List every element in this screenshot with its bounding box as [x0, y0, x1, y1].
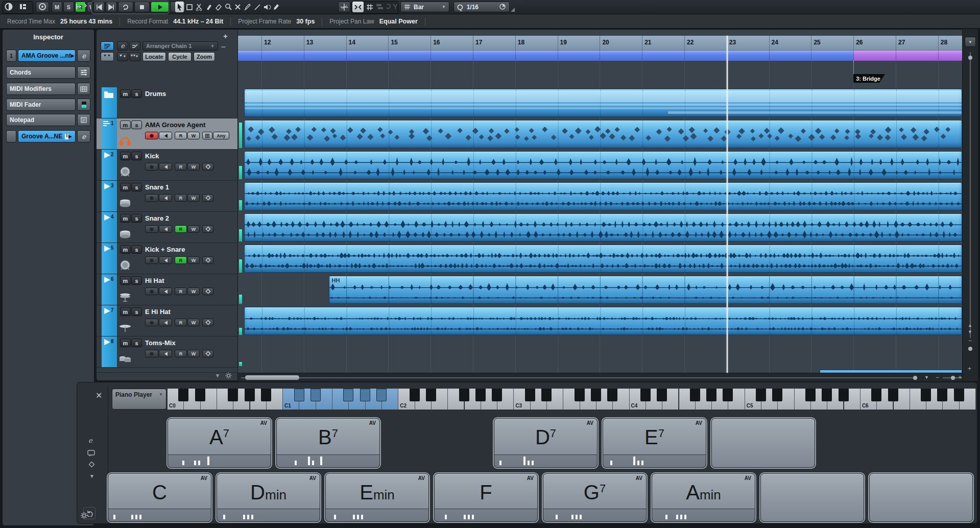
vscroll-up-arrow-icon[interactable]: ▲ [968, 323, 972, 328]
arrange-area[interactable]: 12131415161718192021222324252627283: Bri… [238, 29, 962, 381]
inspector-item-label[interactable]: MIDI Fader [6, 99, 76, 111]
erase-tool[interactable] [214, 2, 223, 12]
event-kick-plus-snare[interactable] [244, 245, 962, 273]
track-read-button[interactable]: R [175, 350, 187, 357]
notepad-icon[interactable] [77, 114, 90, 126]
track-write-button[interactable]: W [187, 350, 200, 357]
chord-assistant-icon[interactable] [87, 450, 95, 457]
quantize-dropdown[interactable]: Q1/16 [453, 2, 510, 12]
arranger-mode-button[interactable] [129, 41, 140, 51]
e-icon[interactable]: e [77, 130, 90, 142]
global-s-button[interactable]: S [63, 2, 74, 12]
add-track-button[interactable]: + [223, 32, 228, 40]
track-row-snare-2[interactable]: 4msSnare 2RW [97, 212, 237, 243]
track-list-scroll-down-icon[interactable]: ▼ [215, 373, 220, 378]
track-record-button[interactable] [145, 287, 158, 295]
track-solo-button[interactable]: s [131, 89, 142, 98]
track-read-button[interactable]: R [175, 163, 187, 171]
black-key[interactable] [525, 389, 535, 401]
track-edit-channel-button[interactable] [202, 319, 213, 326]
track-output-any-button[interactable]: Any [213, 132, 229, 139]
zoom-tool[interactable] [224, 2, 232, 12]
chord-pad-empty[interactable] [869, 473, 973, 522]
track-record-button[interactable] [145, 350, 158, 357]
fader-icon[interactable] [77, 99, 90, 111]
black-key[interactable] [805, 389, 816, 401]
track-edit-channel-button[interactable] [202, 163, 213, 171]
chord-pad-e7[interactable]: AVE7 [603, 418, 706, 468]
black-key[interactable] [245, 389, 255, 401]
color-tool[interactable] [272, 2, 281, 12]
sliders-icon[interactable] [77, 66, 90, 79]
goto-previous-button[interactable] [93, 2, 105, 12]
hscroll-thumb[interactable] [245, 375, 299, 380]
horizontal-scrollbar[interactable]: ▼−++ [238, 373, 962, 381]
hscroll-end-dot[interactable] [913, 376, 917, 380]
stop-button[interactable] [134, 2, 150, 12]
track-write-button[interactable]: W [187, 287, 200, 295]
player-mode-dropdown[interactable]: Piano Player▼ [112, 389, 166, 410]
inspector-item-label[interactable]: Groove A...NE▶ [18, 130, 76, 142]
range-selection-tool[interactable] [185, 2, 194, 12]
track-mute-button[interactable]: m [120, 339, 131, 347]
track-mute-button[interactable]: m [120, 307, 131, 316]
black-key[interactable] [410, 389, 420, 401]
track-row-kick[interactable]: 2msKickRW [97, 150, 237, 181]
playhead-cursor[interactable] [727, 36, 728, 373]
black-key[interactable] [640, 389, 651, 401]
black-key[interactable] [541, 389, 552, 401]
chord-pad-f[interactable]: AVF [434, 473, 538, 522]
add-cycle-marker-button[interactable] [129, 52, 140, 61]
track-record-button[interactable] [145, 132, 158, 139]
black-key[interactable] [294, 389, 304, 401]
timeline-ruler[interactable]: 1213141516171819202122232425262728 [238, 36, 962, 51]
track-monitor-button[interactable] [159, 287, 172, 295]
track-solo-button[interactable]: s [131, 276, 142, 285]
inspector-item-label[interactable]: Chords [6, 66, 76, 79]
black-key[interactable] [706, 389, 716, 401]
track-edit-channel-button[interactable] [202, 225, 213, 233]
track-record-button[interactable] [145, 256, 158, 264]
vscroll-thumb-dot[interactable] [968, 56, 972, 60]
track-solo-button[interactable]: s [131, 121, 142, 129]
track-monitor-button[interactable] [159, 163, 172, 171]
track-edit-channel-button[interactable] [202, 256, 213, 264]
piano-keyboard[interactable]: C0C1C2C3C4C5C6 [168, 389, 976, 410]
black-key[interactable] [376, 389, 387, 401]
vscroll-down-arrow-icon[interactable]: ▼ [968, 329, 972, 334]
ruler-options-button[interactable]: ▼ [965, 37, 976, 47]
black-key[interactable] [228, 389, 238, 401]
track-mute-button[interactable]: m [120, 89, 131, 98]
black-key[interactable] [921, 389, 931, 401]
track-drum-map-button[interactable] [202, 132, 212, 139]
track-write-button[interactable]: W [187, 225, 200, 233]
close-panel-icon[interactable]: ✕ [95, 391, 102, 400]
black-key[interactable] [756, 389, 766, 401]
chord-pad-empty[interactable] [711, 418, 815, 468]
track-record-button[interactable] [145, 225, 158, 233]
chord-pad-empty[interactable] [760, 473, 864, 522]
black-key[interactable] [839, 389, 849, 401]
arranger-track-icon[interactable] [101, 41, 114, 51]
event-hi-hat[interactable]: HH [329, 276, 962, 304]
black-key[interactable] [178, 389, 188, 401]
track-mute-button[interactable]: m [120, 121, 131, 129]
black-key[interactable] [360, 389, 370, 401]
black-key[interactable] [888, 389, 898, 401]
zoom-slider-dot[interactable] [951, 376, 955, 380]
vzoom-slider-dot[interactable] [968, 347, 972, 351]
marker-flag-bridge[interactable]: 3: Bridge [853, 74, 885, 83]
marker-track-icon[interactable] [101, 52, 114, 61]
track-write-button[interactable]: W [187, 319, 200, 326]
marker-zoom-button[interactable]: Zoom [194, 52, 215, 61]
track-row-kick-snare[interactable]: 5msKick + SnareRW [97, 243, 237, 274]
e-icon[interactable]: e [77, 50, 90, 62]
global-m-button[interactable]: M [52, 2, 62, 12]
inspector-item-label[interactable]: AMA Groove ...nt▶ [18, 50, 76, 62]
black-key[interactable] [937, 389, 947, 401]
play-tool[interactable] [262, 2, 271, 12]
black-key[interactable] [657, 389, 667, 401]
track-write-button[interactable]: W [187, 163, 200, 171]
black-key[interactable] [475, 389, 486, 401]
black-key[interactable] [690, 389, 700, 401]
